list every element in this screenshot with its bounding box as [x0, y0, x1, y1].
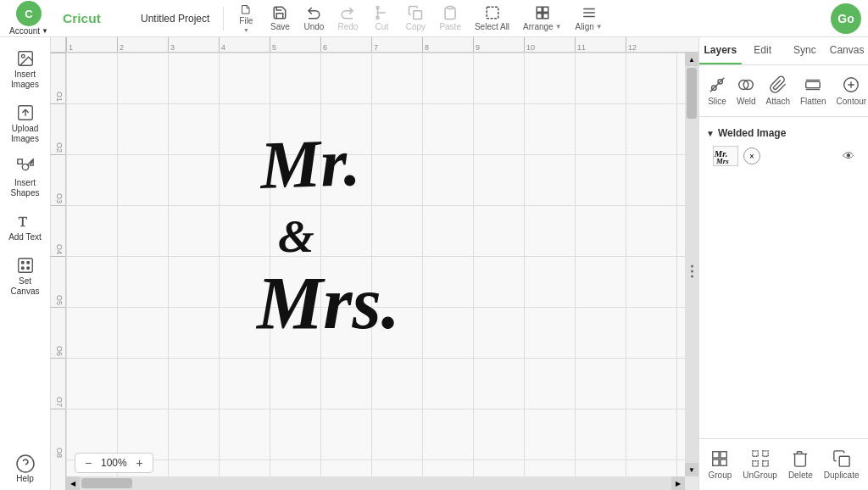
cut-button[interactable]: Cut — [366, 3, 397, 35]
svg-point-23 — [21, 261, 24, 264]
panel-tabs: Layers Edit Sync Canvas — [699, 37, 868, 65]
zoom-control: − 100% + — [75, 453, 153, 473]
arrange-button[interactable]: Arrange▼ — [518, 3, 567, 35]
canvas-scroll[interactable]: Mr. & Mrs. ▲ ▼ — [66, 53, 698, 490]
sidebar-item-set-canvas[interactable]: Set Canvas — [3, 251, 47, 302]
ruler-mark: 9 — [473, 37, 524, 52]
scroll-thumb[interactable] — [687, 68, 697, 119]
toolbar-separator — [223, 7, 224, 31]
tab-edit[interactable]: Edit — [742, 37, 784, 64]
zoom-out-button[interactable]: − — [81, 455, 96, 471]
paste-button[interactable]: Paste — [434, 3, 466, 35]
layer-group-header[interactable]: ▼ Welded Image — [706, 125, 861, 141]
duplicate-action[interactable]: Duplicate — [819, 446, 865, 483]
layer-item[interactable]: Mr. Mrs × 👁 — [706, 142, 861, 170]
ruler-mark: 3 — [168, 37, 219, 52]
tab-layers[interactable]: Layers — [699, 37, 742, 64]
svg-text:T: T — [18, 214, 26, 230]
svg-text:&: & — [278, 210, 314, 262]
svg-line-33 — [710, 78, 725, 92]
contour-tool[interactable]: Contour — [832, 72, 868, 109]
canvas-grid: Mr. & Mrs. — [66, 53, 685, 476]
svg-rect-47 — [752, 461, 757, 466]
layer-thumbnail: Mr. Mrs — [713, 146, 738, 166]
project-title: Untitled Project — [134, 13, 216, 25]
horizontal-scrollbar[interactable]: ◀ ▶ — [66, 476, 685, 490]
visibility-icon[interactable]: 👁 — [843, 149, 854, 163]
svg-rect-6 — [448, 7, 453, 9]
chevron-down-icon: ▼ — [706, 129, 715, 138]
scroll-right-button[interactable]: ▶ — [671, 476, 685, 490]
svg-rect-5 — [414, 11, 422, 19]
attach-tool[interactable]: Attach — [761, 72, 795, 109]
svg-rect-44 — [721, 459, 726, 465]
ruler-mark: 12 — [626, 37, 676, 52]
ungroup-action[interactable]: UnGroup — [737, 446, 782, 483]
right-panel: Layers Edit Sync Canvas Slice Weld Attac… — [698, 37, 868, 490]
svg-rect-45 — [752, 451, 757, 456]
ruler-mark: 8 — [422, 37, 473, 52]
ruler-mark: 4 — [219, 37, 270, 52]
sidebar-item-insert-shapes[interactable]: Insert Shapes — [3, 153, 47, 203]
ruler-mark: 7 — [371, 37, 422, 52]
panel-actions: Group UnGroup Delete Duplicate — [699, 438, 868, 490]
svg-rect-19 — [17, 159, 22, 164]
save-button[interactable]: Save — [264, 3, 295, 35]
tab-canvas[interactable]: Canvas — [826, 37, 868, 64]
undo-button[interactable]: Undo — [298, 3, 329, 35]
delete-action[interactable]: Delete — [783, 446, 818, 483]
copy-button[interactable]: Copy — [400, 3, 431, 35]
hscroll-thumb[interactable] — [81, 478, 132, 488]
canvas-artwork: Mr. & Mrs. — [253, 103, 439, 341]
account-button[interactable]: C Account ▼ — [7, 0, 51, 37]
group-action[interactable]: Group — [704, 446, 737, 483]
svg-rect-49 — [839, 456, 849, 466]
scroll-up-button[interactable]: ▲ — [685, 53, 698, 66]
svg-rect-7 — [487, 7, 498, 19]
account-avatar: C — [16, 1, 42, 26]
layer-item-delete-icon[interactable]: × — [743, 148, 760, 164]
tab-sync[interactable]: Sync — [784, 37, 826, 64]
cricut-logo: Cricut — [54, 0, 131, 37]
svg-rect-22 — [18, 259, 32, 273]
redo-button[interactable]: Redo — [332, 3, 363, 35]
zoom-in-button[interactable]: + — [132, 455, 147, 471]
svg-point-25 — [21, 267, 24, 270]
svg-rect-42 — [721, 452, 726, 458]
align-button[interactable]: Align▼ — [570, 3, 608, 35]
svg-point-1 — [376, 17, 379, 19]
ruler-left: O1 O2 O3 O4 O5 O6 O7 O8 — [51, 53, 66, 490]
svg-text:Mr.: Mr. — [258, 125, 362, 203]
ruler-mark: 10 — [524, 37, 575, 52]
ruler-marks-horizontal: 1 2 3 4 5 6 7 8 9 10 11 12 — [66, 37, 676, 52]
flatten-tool[interactable]: Flatten — [795, 72, 832, 109]
canvas: Mr. & Mrs. — [66, 53, 685, 476]
scroll-left-button[interactable]: ◀ — [66, 476, 80, 490]
sidebar-item-upload-images[interactable]: Upload Images — [3, 98, 47, 149]
svg-rect-9 — [543, 7, 548, 12]
ruler-corner — [51, 37, 66, 53]
ruler-top: 1 2 3 4 5 6 7 8 9 10 11 12 — [51, 37, 698, 53]
ruler-mark: 2 — [117, 37, 168, 52]
go-button[interactable]: Go — [831, 3, 861, 34]
svg-rect-8 — [537, 7, 542, 12]
select-all-button[interactable]: Select All — [470, 3, 515, 35]
ruler-mark: 5 — [270, 37, 320, 52]
svg-text:Mrs: Mrs — [715, 157, 729, 165]
svg-text:Cricut: Cricut — [63, 11, 101, 25]
ruler-mark: 11 — [575, 37, 626, 52]
sidebar-item-insert-images[interactable]: Insert Images — [3, 44, 47, 95]
panel-collapse-button[interactable] — [685, 259, 698, 285]
svg-rect-11 — [543, 14, 548, 19]
weld-tool[interactable]: Weld — [732, 72, 761, 109]
svg-rect-48 — [762, 461, 767, 466]
scroll-down-button[interactable]: ▼ — [685, 463, 698, 476]
layer-group-title: Welded Image — [718, 127, 786, 139]
sidebar-item-add-text[interactable]: T Add Text — [3, 207, 47, 248]
slice-tool[interactable]: Slice — [703, 72, 732, 109]
svg-rect-46 — [762, 451, 767, 456]
file-button[interactable]: File ▼ — [231, 3, 261, 35]
toolbar: C Account ▼ Cricut Untitled Project File… — [0, 0, 868, 37]
help-button[interactable]: Help — [3, 454, 47, 483]
svg-point-27 — [17, 455, 34, 472]
